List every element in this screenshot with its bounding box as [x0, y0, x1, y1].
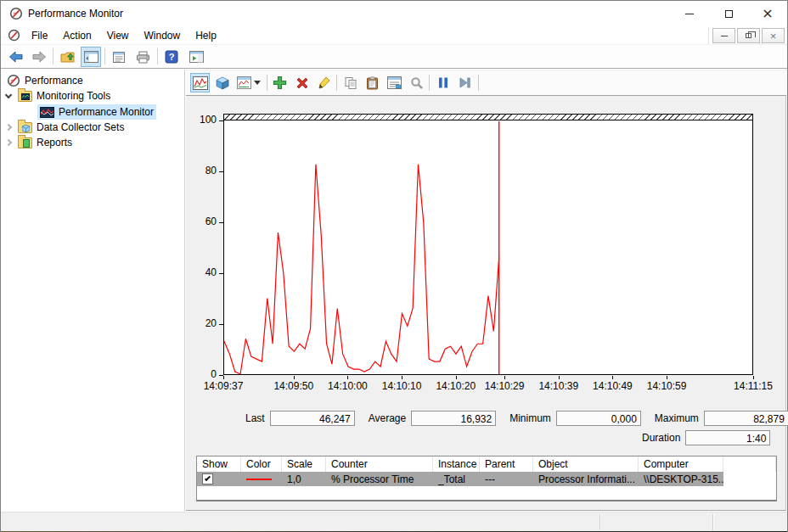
highlight-button[interactable] [314, 73, 334, 92]
tree-item-label: Reports [37, 137, 72, 148]
mdi-window-buttons: × [712, 28, 785, 43]
mdi-restore-button[interactable] [737, 28, 760, 43]
y-tick-label: 80 [179, 165, 217, 176]
update-data-button[interactable] [455, 73, 475, 92]
menu-file[interactable]: File [24, 27, 55, 44]
paste-counter-list-button[interactable] [363, 73, 382, 92]
col-object[interactable]: Object [533, 456, 639, 472]
menu-window[interactable]: Window [137, 27, 189, 44]
col-parent[interactable]: Parent [480, 456, 533, 472]
average-value: 16,932 [411, 411, 496, 426]
copy-properties-icon [344, 76, 357, 90]
mdi-minimize-button[interactable] [712, 28, 735, 43]
toolbar-separator [104, 48, 105, 64]
properties-button[interactable] [385, 73, 404, 92]
tree-item-label: Data Collector Sets [37, 121, 124, 133]
y-tick [219, 273, 223, 274]
x-tick-label: 14:09:50 [273, 380, 313, 392]
counter-row-color-cell [241, 472, 282, 486]
freeze-display-icon [437, 76, 449, 89]
view-current-activity-icon [193, 76, 208, 90]
tree-item-data-collector-sets[interactable]: Data Collector Sets [6, 120, 124, 135]
status-bar [1, 512, 787, 531]
minimum-label: Minimum [509, 412, 551, 424]
show-hide-console-tree-icon [84, 51, 98, 63]
forward-button[interactable] [29, 47, 49, 67]
processor-time-line-chart [224, 121, 752, 374]
reports-folder-icon [18, 137, 32, 148]
col-counter[interactable]: Counter [326, 456, 433, 472]
up-one-level-button[interactable] [57, 47, 77, 67]
add-counter-button[interactable] [270, 73, 290, 92]
mdi-minimize-icon [721, 36, 728, 36]
chevron-collapsed-icon[interactable] [5, 139, 12, 146]
minimize-button[interactable] [670, 1, 709, 26]
mdi-close-button[interactable]: × [762, 28, 785, 43]
close-icon: × [762, 7, 773, 20]
freeze-display-button[interactable] [433, 73, 453, 92]
view-current-activity-button[interactable] [190, 73, 210, 92]
toolbar-separator [429, 75, 430, 91]
report-page-icon [23, 139, 30, 148]
x-tick [347, 376, 348, 379]
view-log-data-button[interactable] [212, 73, 232, 92]
highlight-icon [318, 76, 330, 90]
col-color[interactable]: Color [241, 456, 282, 472]
x-tick-label: 14:10:00 [328, 380, 368, 392]
col-instance[interactable]: Instance [433, 456, 480, 472]
help-button[interactable]: ? [161, 47, 182, 67]
counter-row[interactable]: 1,0 % Processor Time _Total --- Processo… [197, 472, 776, 486]
change-graph-type-button[interactable] [234, 73, 263, 92]
show-hide-action-pane-button[interactable] [186, 47, 206, 67]
properties-icon [387, 76, 402, 89]
chevron-expanded-icon[interactable] [5, 91, 12, 98]
menu-action[interactable]: Action [55, 27, 98, 44]
back-icon [8, 50, 24, 64]
zoom-button[interactable] [407, 73, 426, 92]
export-list-button[interactable] [109, 47, 129, 67]
x-tick [612, 376, 613, 379]
statusbar-separator [712, 514, 713, 530]
view-log-data-icon [216, 76, 229, 90]
x-tick-label: 14:10:49 [593, 380, 633, 392]
minimize-icon [685, 14, 694, 14]
counter-row-parent: --- [480, 472, 533, 486]
duration-row: Duration 1:40 [642, 430, 770, 445]
performance-monitor-icon [40, 107, 54, 118]
child-system-menu-icon[interactable] [8, 29, 20, 42]
delete-counter-button[interactable] [292, 73, 312, 92]
menubar-separator [708, 27, 709, 44]
update-data-icon [459, 76, 471, 89]
print-button[interactable] [132, 47, 153, 67]
show-checkbox[interactable] [202, 473, 213, 484]
chevron-collapsed-icon[interactable] [5, 124, 12, 131]
checkmark-icon [205, 475, 211, 481]
tree-item-monitoring-tools[interactable]: Monitoring Tools [6, 88, 110, 104]
title-bar: Performance Monitor × [1, 1, 787, 26]
tree-item-performance-monitor[interactable]: Performance Monitor [37, 104, 156, 120]
tree-item-reports[interactable]: Reports [6, 135, 72, 150]
maximize-button[interactable] [709, 1, 748, 26]
col-computer[interactable]: Computer [639, 456, 723, 472]
col-scale[interactable]: Scale [282, 456, 326, 472]
dropdown-arrow-icon[interactable] [254, 81, 261, 85]
menu-help[interactable]: Help [188, 27, 224, 44]
toolbar-separator [157, 48, 158, 64]
counter-table: Show Color Scale Counter Instance Parent… [196, 456, 777, 501]
chart-plot-area[interactable] [223, 114, 753, 375]
counter-row-computer: \\DESKTOP-315... [639, 472, 723, 486]
monitoring-tools-folder-icon [18, 91, 32, 102]
mdi-restore-icon [746, 33, 751, 38]
col-show[interactable]: Show [197, 456, 241, 472]
copy-properties-button[interactable] [341, 73, 360, 92]
close-button[interactable]: × [748, 1, 787, 26]
back-button[interactable] [6, 47, 26, 67]
stats-row: Last 46,247 Average 16,932 Minimum 0,000… [245, 411, 788, 426]
tree-item-performance-root[interactable]: Performance [7, 73, 83, 88]
show-hide-console-tree-button[interactable] [81, 47, 101, 67]
y-tick-label: 0 [179, 368, 217, 380]
graph-toolbar [186, 70, 786, 96]
menu-view[interactable]: View [99, 27, 137, 44]
toolbar-separator [53, 48, 53, 64]
x-tick-label: 14:10:39 [538, 380, 578, 392]
